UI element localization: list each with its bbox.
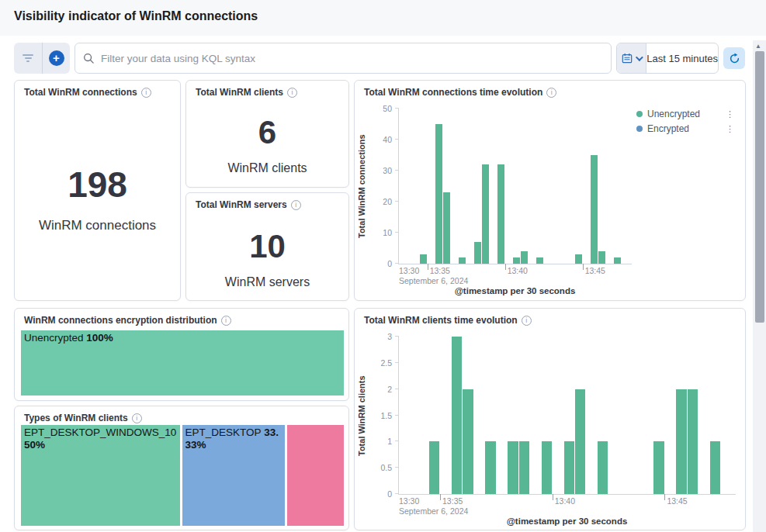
filter-funnel-button[interactable] [14,43,42,74]
plot-area: 0102030405013:3513:4013:4513:30September… [398,109,632,264]
legend-item-unencrypted[interactable]: Unencrypted ⋮ [636,109,734,119]
kebab-menu-icon[interactable]: ⋮ [726,110,734,119]
bar-13:34:30[interactable] [420,254,427,264]
panel-total-servers: Total WinRM servers i 10 WinRM servers [185,192,349,301]
bar-13:35:30[interactable] [435,124,442,264]
treemap-tile-label: EPT_DESKTOP_WINDOWS_10 50% [21,425,180,452]
info-icon[interactable]: i [132,413,142,423]
y-tick-mark [395,108,399,109]
bar-13:45:30[interactable] [591,155,598,264]
bar-13:36:00[interactable] [463,389,473,494]
bar-13:38:00[interactable] [508,441,518,494]
bar-13:41:00[interactable] [521,251,528,264]
y-tick-mark [395,139,399,140]
bar-13:40:30[interactable] [513,257,520,264]
page-title: Visibility indicator of WinRM connection… [14,9,258,23]
y-tick-mark [395,493,399,494]
legend-dot-unencrypted [636,111,643,117]
chart-legend: Unencrypted ⋮ Encrypted ⋮ [636,109,734,134]
panel-title: Total WinRM connections [24,87,137,98]
x-first-tick-label: 13:30September 6, 2024 [399,266,468,286]
y-tick-mark [395,415,399,416]
panel-title: Total WinRM servers [196,199,287,210]
treemap-tile-ept_desktop[interactable]: EPT_DESKTOP 33.33% [182,425,285,526]
scrollbar-thumb[interactable] [755,51,764,323]
kebab-menu-icon[interactable]: ⋮ [726,125,734,133]
metric-body: 10 WinRM servers [186,212,348,300]
kql-search-input[interactable] [101,53,603,64]
bar-13:46:00[interactable] [688,389,698,494]
bar-13:47:00[interactable] [614,257,621,264]
legend-dot-encrypted [636,126,643,132]
bar-13:39:30[interactable] [542,441,552,494]
add-filter-button[interactable]: + [42,43,70,74]
y-tick-label: 0.5 [380,463,392,472]
bar-13:42:00[interactable] [536,257,543,264]
refresh-button[interactable] [723,47,745,69]
bar-13:39:30[interactable] [497,164,504,264]
info-icon[interactable]: i [291,200,301,210]
bar-13:34:30[interactable] [429,441,439,494]
bar-13:44:30[interactable] [575,254,582,264]
calendar-icon [622,53,633,64]
metric-label: WinRM servers [225,275,310,289]
treemap-tile-ept_desktop_windows_10[interactable]: EPT_DESKTOP_WINDOWS_10 50% [21,425,180,526]
funnel-icon [23,54,33,62]
bar-13:41:00[interactable] [575,389,585,494]
panel-connections-time-evolution: Total WinRM connections time evolution i… [354,80,746,301]
y-tick-mark [395,336,399,337]
info-icon[interactable]: i [141,88,151,98]
panel-client-types: Types of WinRM clients i EPT_DESKTOP_WIN… [14,406,349,530]
y-tick-label: 1.5 [380,411,392,420]
bar-13:45:30[interactable] [676,389,686,494]
panel-header: Types of WinRM clients i [15,406,348,423]
panel-total-clients: Total WinRM clients i 6 WinRM clients [185,80,349,188]
bar-13:38:30[interactable] [482,164,489,264]
x-first-tick-label: 13:30September 6, 2024 [399,496,468,516]
panel-encryption-distribution: WinRM connections encryption distributio… [14,308,349,401]
x-tick-mark [583,264,584,270]
info-icon[interactable]: i [287,88,297,98]
treemap-tile[interactable] [287,425,344,526]
bar-13:42:00[interactable] [598,441,608,494]
x-tick-label: 13:45 [585,266,605,275]
encryption-treemap: Unencrypted 100% [21,330,344,396]
bar-13:40:30[interactable] [564,441,574,494]
bar-13:47:00[interactable] [710,441,720,494]
panel-clients-time-evolution: Total WinRM clients time evolution i Tot… [354,308,746,530]
time-range-value[interactable]: Last 15 minutes [646,43,718,73]
panel-header: Total WinRM clients i [186,81,348,98]
page-scrollbar[interactable]: ▲ [753,40,766,532]
y-tick-mark [395,232,399,233]
calendar-dropdown-button[interactable] [617,43,646,73]
bar-13:38:30[interactable] [519,441,529,494]
kql-search-box[interactable] [75,43,612,74]
treemap-tile-unencrypted[interactable]: Unencrypted 100% [21,330,344,396]
y-tick-label: 0 [387,259,392,268]
refresh-icon [729,53,740,64]
scroll-up-arrow-icon[interactable]: ▲ [755,43,761,50]
bar-13:35:30[interactable] [452,337,462,494]
bar-13:44:30[interactable] [653,441,664,494]
x-tick-label: 13:45 [667,496,687,506]
metric-label: WinRM connections [39,218,156,233]
bar-13:46:00[interactable] [598,251,605,264]
bar-13:38:00[interactable] [474,242,481,264]
y-tick-label: 2 [387,385,392,394]
y-tick-label: 3 [387,332,392,341]
info-icon[interactable]: i [221,316,231,326]
query-toolbar: + Last 15 minutes [0,43,766,74]
panel-title: Total WinRM clients [196,87,283,98]
legend-item-encrypted[interactable]: Encrypted ⋮ [636,123,734,134]
bar-13:36:00[interactable] [443,192,450,264]
panel-header: WinRM connections encryption distributio… [15,309,348,326]
x-tick-mark [553,494,553,500]
plus-icon: + [49,50,64,66]
bar-13:37:00[interactable] [485,441,495,494]
y-tick-mark [395,201,399,202]
page-header: Visibility indicator of WinRM connection… [0,0,766,36]
time-range-picker: Last 15 minutes [616,43,719,74]
x-tick-label: 13:40 [508,266,528,275]
bar-13:37:00[interactable] [459,257,466,264]
y-tick-mark [395,263,399,264]
